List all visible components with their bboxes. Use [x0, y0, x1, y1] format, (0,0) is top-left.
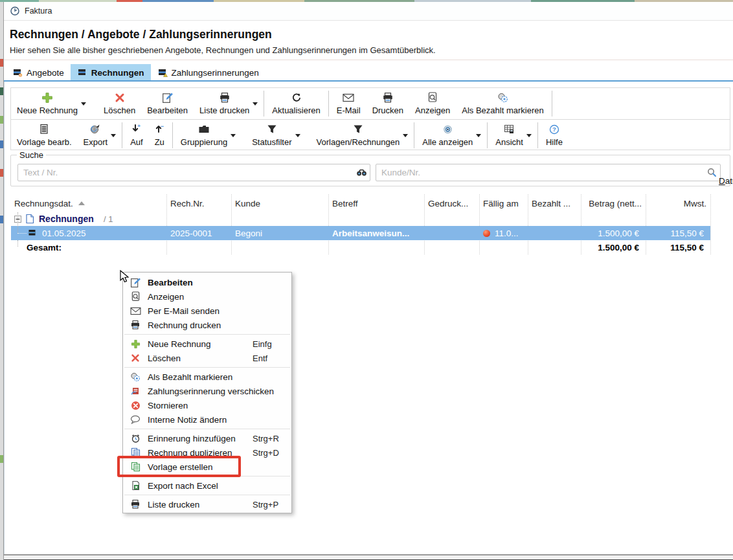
delete-icon — [129, 353, 142, 363]
statusfilter-button[interactable]: Statusfilter — [246, 120, 297, 151]
date-filter-label[interactable]: Datum — [719, 176, 733, 186]
dropdown-caret-icon[interactable] — [111, 120, 120, 151]
email-button[interactable]: E-Mail — [331, 88, 366, 119]
menu-separator — [124, 429, 290, 429]
aktualisieren-button[interactable]: Aktualisieren — [266, 88, 326, 119]
column-header-mwst[interactable]: Mwst. — [646, 194, 706, 212]
dropdown-caret-icon[interactable] — [526, 120, 536, 151]
menu-item-erinnerung-hinzufuegen[interactable]: Erinnerung hinzufügen Strg+R — [123, 431, 291, 445]
menu-item-neue-rechnung[interactable]: Neue Rechnung Einfg — [123, 337, 291, 351]
cell-betreff: Arbeitsanweisun... — [332, 226, 422, 240]
edit-icon — [129, 277, 142, 288]
menu-item-als-bezahlt-markieren[interactable]: Als Bezahlt markieren — [123, 370, 291, 384]
column-header-rechnungsdat[interactable]: Rechnungsdat. — [14, 194, 163, 212]
als-bezahlt-markieren-button[interactable]: Als Bezahlt markieren — [456, 88, 549, 119]
dropdown-caret-icon[interactable] — [476, 120, 485, 151]
eye-icon — [442, 124, 453, 135]
menu-item-rechnung-duplizieren[interactable]: Rechnung duplizieren Strg+D — [123, 445, 291, 460]
column-header-kunde[interactable]: Kunde — [235, 194, 326, 212]
bearbeiten-button[interactable]: Bearbeiten — [141, 88, 194, 119]
printer-icon — [382, 92, 394, 104]
page-subtitle: Hier sehen Sie alle bisher geschriebenen… — [10, 45, 436, 55]
menu-item-liste-drucken[interactable]: Liste drucken Strg+P — [123, 497, 291, 511]
invoice-doc-icon — [28, 229, 37, 237]
invoice-row[interactable]: 01.05.2025 2025-0001 Begoni Arbeitsanwei… — [11, 226, 710, 240]
cell-rechnungsdatum: 01.05.2025 — [42, 226, 165, 240]
template-icon — [129, 462, 142, 472]
menu-item-zahlungserinnerung-verschicken[interactable]: Zahlungserinnerung verschicken — [123, 384, 291, 398]
svg-text:?: ? — [552, 126, 556, 133]
tab-invoice-icon — [157, 68, 168, 77]
customer-search-field[interactable] — [376, 164, 721, 181]
tab-rechnungen[interactable]: Rechnungen — [71, 64, 151, 81]
arrow-up-minus-icon: − — [155, 124, 164, 135]
text-search-field[interactable] — [17, 164, 370, 181]
main-panel: Neue Rechnung Löschen Bearbeiten List — [4, 82, 733, 554]
column-header-betreff[interactable]: Betreff — [332, 194, 422, 212]
screen: Faktura Rechnungen / Angebote / Zahlungs… — [0, 0, 733, 560]
customer-search-input[interactable] — [376, 168, 703, 177]
menu-item-per-email-senden[interactable]: Per E-Mail senden — [123, 304, 291, 318]
search-icon[interactable] — [703, 168, 720, 177]
menu-item-anzeigen[interactable]: Anzeigen — [123, 289, 291, 304]
liste-drucken-button[interactable]: Liste drucken — [194, 88, 255, 119]
delete-icon — [115, 92, 125, 104]
column-header-gedruckt[interactable]: Gedruck... — [428, 194, 480, 212]
auf-button[interactable]: + Auf — [124, 120, 149, 151]
column-header-bezahlt[interactable]: Bezahlt ... — [532, 194, 578, 212]
search-group: Suche — [10, 155, 730, 186]
group-doc-icon — [25, 214, 34, 224]
cell-rechnr: 2025-0001 — [170, 226, 229, 240]
neue-rechnung-button[interactable]: Neue Rechnung — [11, 88, 84, 119]
column-header-faellig[interactable]: Fällig am — [483, 194, 526, 212]
loeschen-button[interactable]: Löschen — [98, 88, 141, 119]
dropdown-caret-icon[interactable] — [253, 88, 262, 119]
menu-item-stornieren[interactable]: Stornieren — [123, 398, 291, 412]
cell-mwst: 115,50 € — [646, 226, 704, 240]
dropdown-caret-icon[interactable] — [231, 120, 240, 151]
tab-label: Angebote — [27, 68, 64, 78]
zu-button[interactable]: − Zu — [149, 120, 170, 151]
app-window: Faktura Rechnungen / Angebote / Zahlungs… — [3, 2, 733, 560]
cell-kunde: Begoni — [235, 226, 326, 240]
ansicht-button[interactable]: Ansicht — [490, 120, 529, 151]
context-menu: Bearbeiten Anzeigen Per E-Mail senden Re… — [122, 272, 292, 513]
menu-item-bearbeiten[interactable]: Bearbeiten — [123, 275, 291, 289]
funnel-icon — [353, 124, 363, 135]
note-icon — [129, 415, 142, 424]
column-header-rechnr[interactable]: Rech.Nr. — [170, 194, 229, 212]
binoculars-icon[interactable] — [353, 168, 370, 177]
menu-separator — [124, 367, 290, 368]
app-icon — [10, 6, 20, 16]
cell-faellig: 11.0... — [483, 226, 528, 240]
svg-text:%: % — [19, 74, 21, 77]
column-header-betrag[interactable]: Betrag (nett... — [581, 194, 642, 212]
drucken-button[interactable]: Drucken — [366, 88, 409, 119]
vorlage-bearb-button[interactable]: Vorlage bearb. — [11, 120, 78, 151]
tab-zahlungserinnerungen[interactable]: Zahlungserinnerungen — [151, 64, 265, 81]
dropdown-caret-icon[interactable] — [81, 88, 90, 119]
menu-item-loeschen[interactable]: Löschen Entf — [123, 351, 291, 365]
dropdown-caret-icon[interactable] — [403, 120, 412, 151]
anzeigen-button[interactable]: Anzeigen — [409, 88, 456, 119]
menu-item-vorlage-erstellen[interactable]: Vorlage erstellen — [123, 460, 291, 474]
vorlagen-rechnungen-button[interactable]: Vorlagen/Rechnungen — [311, 120, 406, 151]
dropdown-caret-icon[interactable] — [295, 120, 304, 151]
paid-icon — [129, 372, 142, 382]
group-row[interactable]: Rechnungen / 1 — [5, 212, 733, 226]
text-search-input[interactable] — [18, 168, 353, 177]
gruppierung-button[interactable]: Gruppierung — [175, 120, 233, 151]
total-row: Gesamt: 1.500,00 € 115,50 € — [5, 240, 733, 254]
toolbar-row-1: Neue Rechnung Löschen Bearbeiten List — [11, 88, 730, 120]
menu-item-rechnung-drucken[interactable]: Rechnung drucken — [123, 318, 291, 332]
export-button[interactable]: Export — [78, 120, 114, 151]
grid-view-icon — [504, 124, 515, 135]
total-betrag: 1.500,00 € — [581, 240, 639, 254]
menu-item-export-nach-excel[interactable]: Export nach Excel — [123, 478, 291, 493]
tab-angebote[interactable]: % Angebote — [6, 64, 71, 81]
alle-anzeigen-button[interactable]: Alle anzeigen — [416, 120, 479, 151]
tab-label: Rechnungen — [91, 68, 144, 78]
export-icon — [89, 124, 101, 135]
hilfe-button[interactable]: ? Hilfe — [540, 120, 569, 151]
menu-item-interne-notiz-aendern[interactable]: Interne Notiz ändern — [123, 412, 291, 427]
